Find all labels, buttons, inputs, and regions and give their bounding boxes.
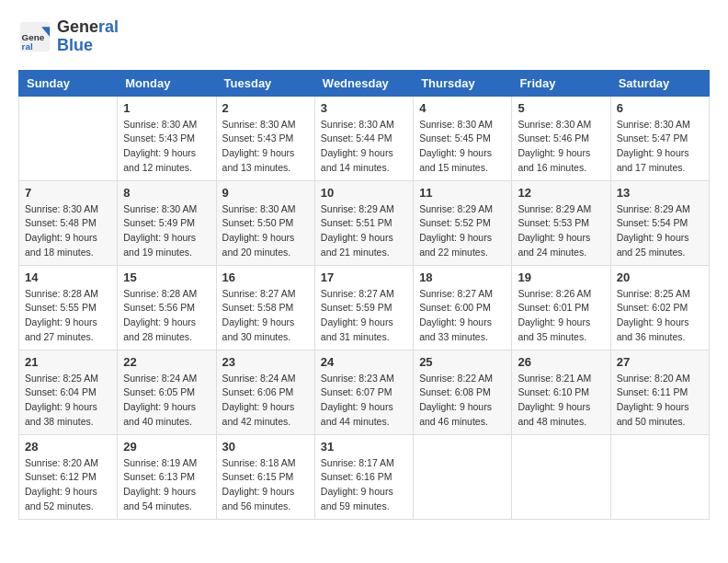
day-info: Sunrise: 8:19 AM Sunset: 6:13 PM Dayligh…	[123, 456, 210, 514]
day-number: 18	[419, 270, 506, 284]
page-header: Gene ral GeneralBlue	[18, 18, 710, 55]
calendar-cell: 14Sunrise: 8:28 AM Sunset: 5:55 PM Dayli…	[19, 265, 118, 350]
svg-text:ral: ral	[22, 40, 33, 51]
calendar-cell: 20Sunrise: 8:25 AM Sunset: 6:02 PM Dayli…	[610, 265, 709, 350]
day-info: Sunrise: 8:29 AM Sunset: 5:53 PM Dayligh…	[518, 202, 604, 260]
calendar-cell: 28Sunrise: 8:20 AM Sunset: 6:12 PM Dayli…	[19, 434, 118, 519]
day-number: 24	[321, 355, 407, 369]
weekday-header-tuesday: Tuesday	[216, 70, 314, 96]
day-number: 14	[25, 270, 111, 284]
calendar-cell: 7Sunrise: 8:30 AM Sunset: 5:48 PM Daylig…	[19, 180, 118, 265]
day-info: Sunrise: 8:30 AM Sunset: 5:47 PM Dayligh…	[617, 118, 703, 176]
logo-blue-text: Blue	[57, 36, 93, 54]
day-number: 4	[419, 101, 506, 115]
day-number: 31	[321, 440, 407, 454]
day-info: Sunrise: 8:30 AM Sunset: 5:44 PM Dayligh…	[321, 118, 407, 176]
calendar-cell: 27Sunrise: 8:20 AM Sunset: 6:11 PM Dayli…	[610, 350, 709, 434]
calendar-cell: 8Sunrise: 8:30 AM Sunset: 5:49 PM Daylig…	[118, 180, 216, 265]
calendar-cell: 19Sunrise: 8:26 AM Sunset: 6:01 PM Dayli…	[512, 265, 610, 350]
logo-text: GeneralBlue	[57, 18, 119, 55]
calendar-cell: 21Sunrise: 8:25 AM Sunset: 6:04 PM Dayli…	[19, 350, 118, 434]
calendar-week-1: 1Sunrise: 8:30 AM Sunset: 5:43 PM Daylig…	[19, 96, 710, 180]
calendar-table: SundayMondayTuesdayWednesdayThursdayFrid…	[18, 70, 710, 520]
calendar-week-2: 7Sunrise: 8:30 AM Sunset: 5:48 PM Daylig…	[19, 180, 710, 265]
day-info: Sunrise: 8:27 AM Sunset: 5:58 PM Dayligh…	[222, 287, 309, 345]
calendar-cell: 9Sunrise: 8:30 AM Sunset: 5:50 PM Daylig…	[216, 180, 314, 265]
day-number: 30	[222, 440, 309, 454]
day-info: Sunrise: 8:30 AM Sunset: 5:48 PM Dayligh…	[25, 202, 111, 260]
day-number: 1	[123, 101, 210, 115]
calendar-cell: 31Sunrise: 8:17 AM Sunset: 6:16 PM Dayli…	[314, 434, 413, 519]
day-info: Sunrise: 8:30 AM Sunset: 5:43 PM Dayligh…	[222, 118, 309, 176]
day-number: 6	[617, 101, 703, 115]
weekday-header-thursday: Thursday	[414, 70, 512, 96]
calendar-cell: 16Sunrise: 8:27 AM Sunset: 5:58 PM Dayli…	[216, 265, 314, 350]
day-info: Sunrise: 8:30 AM Sunset: 5:46 PM Dayligh…	[518, 118, 604, 176]
calendar-cell	[19, 96, 118, 180]
day-info: Sunrise: 8:27 AM Sunset: 6:00 PM Dayligh…	[419, 287, 506, 345]
calendar-week-5: 28Sunrise: 8:20 AM Sunset: 6:12 PM Dayli…	[19, 434, 710, 519]
calendar-cell: 6Sunrise: 8:30 AM Sunset: 5:47 PM Daylig…	[610, 96, 709, 180]
calendar-cell: 3Sunrise: 8:30 AM Sunset: 5:44 PM Daylig…	[314, 96, 413, 180]
calendar-cell: 25Sunrise: 8:22 AM Sunset: 6:08 PM Dayli…	[414, 350, 512, 434]
day-number: 19	[518, 270, 604, 284]
day-number: 17	[321, 270, 407, 284]
day-number: 23	[222, 355, 309, 369]
calendar-cell	[512, 434, 610, 519]
logo: Gene ral GeneralBlue	[18, 18, 119, 55]
day-info: Sunrise: 8:20 AM Sunset: 6:11 PM Dayligh…	[617, 372, 703, 430]
logo-icon: Gene ral	[18, 20, 51, 53]
calendar-cell: 18Sunrise: 8:27 AM Sunset: 6:00 PM Dayli…	[414, 265, 512, 350]
calendar-cell: 15Sunrise: 8:28 AM Sunset: 5:56 PM Dayli…	[118, 265, 216, 350]
calendar-cell: 23Sunrise: 8:24 AM Sunset: 6:06 PM Dayli…	[216, 350, 314, 434]
day-number: 2	[222, 101, 309, 115]
day-number: 27	[617, 355, 703, 369]
day-info: Sunrise: 8:28 AM Sunset: 5:55 PM Dayligh…	[25, 287, 111, 345]
day-number: 22	[123, 355, 210, 369]
day-number: 10	[321, 186, 407, 200]
calendar-cell: 4Sunrise: 8:30 AM Sunset: 5:45 PM Daylig…	[414, 96, 512, 180]
day-info: Sunrise: 8:25 AM Sunset: 6:02 PM Dayligh…	[617, 287, 703, 345]
day-info: Sunrise: 8:29 AM Sunset: 5:54 PM Dayligh…	[617, 202, 703, 260]
day-number: 20	[617, 270, 703, 284]
weekday-header-saturday: Saturday	[610, 70, 709, 96]
calendar-cell: 12Sunrise: 8:29 AM Sunset: 5:53 PM Dayli…	[512, 180, 610, 265]
calendar-header: SundayMondayTuesdayWednesdayThursdayFrid…	[19, 70, 710, 96]
calendar-cell: 10Sunrise: 8:29 AM Sunset: 5:51 PM Dayli…	[314, 180, 413, 265]
calendar-cell: 17Sunrise: 8:27 AM Sunset: 5:59 PM Dayli…	[314, 265, 413, 350]
day-number: 9	[222, 186, 309, 200]
day-number: 25	[419, 355, 506, 369]
day-info: Sunrise: 8:30 AM Sunset: 5:50 PM Dayligh…	[222, 202, 309, 260]
day-info: Sunrise: 8:24 AM Sunset: 6:06 PM Dayligh…	[222, 372, 309, 430]
day-info: Sunrise: 8:29 AM Sunset: 5:52 PM Dayligh…	[419, 202, 506, 260]
calendar-cell: 13Sunrise: 8:29 AM Sunset: 5:54 PM Dayli…	[610, 180, 709, 265]
day-info: Sunrise: 8:17 AM Sunset: 6:16 PM Dayligh…	[321, 456, 407, 514]
day-info: Sunrise: 8:24 AM Sunset: 6:05 PM Dayligh…	[123, 372, 210, 430]
day-number: 12	[518, 186, 604, 200]
calendar-cell: 30Sunrise: 8:18 AM Sunset: 6:15 PM Dayli…	[216, 434, 314, 519]
weekday-header-friday: Friday	[512, 70, 610, 96]
day-number: 7	[25, 186, 111, 200]
day-number: 28	[25, 440, 111, 454]
calendar-cell: 24Sunrise: 8:23 AM Sunset: 6:07 PM Dayli…	[314, 350, 413, 434]
weekday-header-wednesday: Wednesday	[314, 70, 413, 96]
day-info: Sunrise: 8:21 AM Sunset: 6:10 PM Dayligh…	[518, 372, 604, 430]
day-info: Sunrise: 8:28 AM Sunset: 5:56 PM Dayligh…	[123, 287, 210, 345]
day-info: Sunrise: 8:30 AM Sunset: 5:43 PM Dayligh…	[123, 118, 210, 176]
day-number: 13	[617, 186, 703, 200]
day-info: Sunrise: 8:25 AM Sunset: 6:04 PM Dayligh…	[25, 372, 111, 430]
calendar-cell: 29Sunrise: 8:19 AM Sunset: 6:13 PM Dayli…	[118, 434, 216, 519]
calendar-cell: 5Sunrise: 8:30 AM Sunset: 5:46 PM Daylig…	[512, 96, 610, 180]
weekday-header-monday: Monday	[118, 70, 216, 96]
calendar-cell: 22Sunrise: 8:24 AM Sunset: 6:05 PM Dayli…	[118, 350, 216, 434]
calendar-cell: 26Sunrise: 8:21 AM Sunset: 6:10 PM Dayli…	[512, 350, 610, 434]
day-number: 29	[123, 440, 210, 454]
day-number: 15	[123, 270, 210, 284]
calendar-cell	[414, 434, 512, 519]
weekday-header-sunday: Sunday	[19, 70, 118, 96]
day-info: Sunrise: 8:30 AM Sunset: 5:45 PM Dayligh…	[419, 118, 506, 176]
day-number: 5	[518, 101, 604, 115]
day-info: Sunrise: 8:20 AM Sunset: 6:12 PM Dayligh…	[25, 456, 111, 514]
day-number: 21	[25, 355, 111, 369]
day-number: 11	[419, 186, 506, 200]
